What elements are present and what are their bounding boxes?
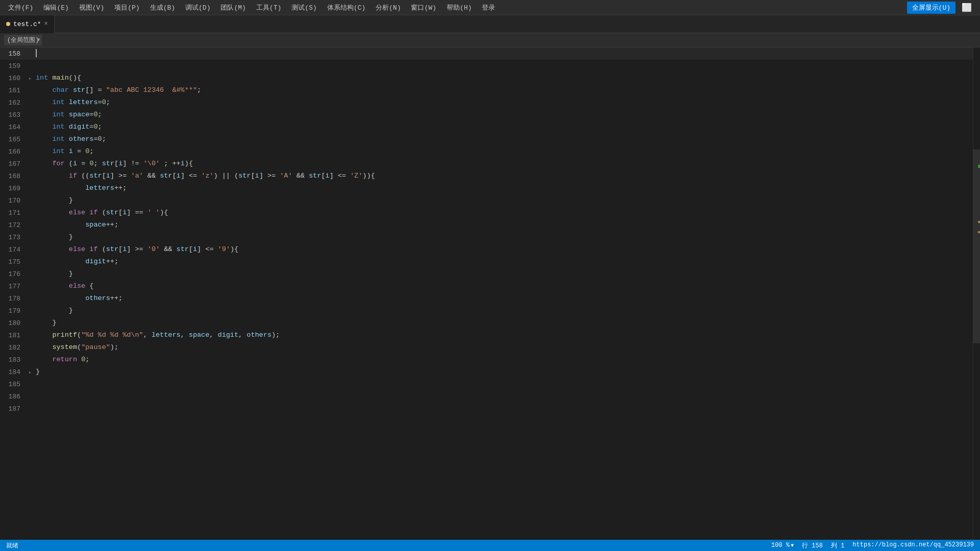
line-content: int main(){ <box>34 72 973 84</box>
code-line-163[interactable]: 163 int space=0; <box>0 109 973 121</box>
line-content: } <box>34 194 973 207</box>
code-line-186[interactable]: 186 <box>0 390 973 403</box>
scope-bar: (全局范围) ▼ <box>0 33 980 47</box>
code-line-158[interactable]: 158 <box>0 47 973 60</box>
code-line-171[interactable]: 171 else if (str[i] == ' '){ <box>0 207 973 219</box>
menu-debug[interactable]: 调试(D) <box>181 2 214 14</box>
code-line-168[interactable]: 168 if ((str[i] >= 'a' && str[i] <= 'z')… <box>0 170 973 182</box>
line-number: 180 <box>2 319 27 327</box>
menu-window[interactable]: 窗口(W) <box>407 2 440 14</box>
menu-tools[interactable]: 工具(T) <box>252 2 285 14</box>
line-number: 159 <box>2 62 27 70</box>
line-content: others++; <box>34 292 973 305</box>
code-line-185[interactable]: 185 <box>0 378 973 390</box>
line-content: int i = 0; <box>34 145 973 158</box>
menu-file[interactable]: 文件(F) <box>4 2 37 14</box>
code-line-183[interactable]: 183 return 0; <box>0 354 973 366</box>
menu-build[interactable]: 生成(B) <box>146 2 179 14</box>
code-line-164[interactable]: 164 int digit=0; <box>0 121 973 133</box>
line-content: else if (str[i] >= '0' && str[i] <= '9')… <box>34 243 973 256</box>
code-line-182[interactable]: 182 system("pause"); <box>0 341 973 354</box>
line-content: int space=0; <box>34 109 973 121</box>
line-content: if ((str[i] >= 'a' && str[i] <= 'z') || … <box>34 170 973 182</box>
code-line-180[interactable]: 180 } <box>0 317 973 329</box>
fullscreen-button[interactable]: 全屏显示(U) <box>907 2 955 14</box>
menu-view[interactable]: 视图(V) <box>75 2 108 14</box>
code-line-174[interactable]: 174 else if (str[i] >= '0' && str[i] <= … <box>0 243 973 256</box>
code-line-161[interactable]: 161 char str[] = "abc ABC 12346 &#%**"; <box>0 84 973 96</box>
code-area[interactable]: 158159160▸int main(){161 char str[] = "a… <box>0 47 973 540</box>
menu-project[interactable]: 项目(P) <box>110 2 143 14</box>
code-line-184[interactable]: 184▸} <box>0 366 973 378</box>
code-line-169[interactable]: 169 letters++; <box>0 182 973 194</box>
status-link[interactable]: https://blog.csdn.net/qq_45239139 <box>852 541 974 550</box>
menu-test[interactable]: 测试(S) <box>287 2 321 14</box>
code-line-173[interactable]: 173 } <box>0 231 973 243</box>
tab-file[interactable]: test.c* × <box>0 15 55 33</box>
line-content: char str[] = "abc ABC 12346 &#%**"; <box>34 84 973 96</box>
code-line-178[interactable]: 178 others++; <box>0 292 973 305</box>
line-number: 158 <box>2 50 27 58</box>
code-line-177[interactable]: 177 else { <box>0 280 973 292</box>
code-line-175[interactable]: 175 digit++; <box>0 256 973 268</box>
line-content: int letters=0; <box>34 96 973 109</box>
menu-help[interactable]: 帮助(H) <box>443 2 476 14</box>
line-number: 161 <box>2 87 27 94</box>
code-line-172[interactable]: 172 space++; <box>0 219 973 231</box>
scrollbar-track[interactable] <box>973 47 980 540</box>
line-number: 166 <box>2 148 27 156</box>
code-line-170[interactable]: 170 } <box>0 194 973 207</box>
menu-edit[interactable]: 编辑(E) <box>39 2 72 14</box>
scope-label[interactable]: (全局范围) <box>4 35 42 45</box>
line-content: else { <box>34 280 973 292</box>
code-line-166[interactable]: 166 int i = 0; <box>0 145 973 158</box>
code-line-162[interactable]: 162 int letters=0; <box>0 96 973 109</box>
line-content: int digit=0; <box>34 121 973 133</box>
fold-indicator[interactable]: ▸ <box>27 75 34 82</box>
login-button[interactable]: 登录 <box>478 2 499 14</box>
line-number: 171 <box>2 209 27 217</box>
zoom-container[interactable]: 100 % ▼ <box>771 541 794 550</box>
line-content: } <box>34 305 973 317</box>
code-line-187[interactable]: 187 <box>0 403 973 415</box>
menu-team[interactable]: 团队(M) <box>216 2 250 14</box>
line-number: 174 <box>2 246 27 254</box>
code-line-167[interactable]: 167 for (i = 0; str[i] != '\0' ; ++i){ <box>0 158 973 170</box>
menu-analyze[interactable]: 分析(N) <box>372 2 405 14</box>
zoom-dropdown-arrow: ▼ <box>791 543 794 548</box>
line-number: 164 <box>2 123 27 131</box>
code-line-179[interactable]: 179 } <box>0 305 973 317</box>
line-number: 177 <box>2 283 27 290</box>
line-number: 185 <box>2 381 27 388</box>
line-number: 172 <box>2 221 27 229</box>
line-number: 170 <box>2 197 27 205</box>
status-ready: 就绪 <box>6 541 18 550</box>
line-content: else if (str[i] == ' '){ <box>34 207 973 219</box>
editor-container: 158159160▸int main(){161 char str[] = "a… <box>0 47 980 540</box>
line-number: 176 <box>2 270 27 278</box>
line-content: for (i = 0; str[i] != '\0' ; ++i){ <box>34 158 973 170</box>
tab-close-button[interactable]: × <box>44 20 48 28</box>
line-content: } <box>34 366 973 378</box>
tab-modified-dot <box>6 22 10 26</box>
line-content: int others=0; <box>34 133 973 145</box>
tab-filename: test.c* <box>13 20 41 28</box>
menu-architecture[interactable]: 体系结构(C) <box>323 2 370 14</box>
menu-bar: 文件(F) 编辑(E) 视图(V) 项目(P) 生成(B) 调试(D) 团队(M… <box>0 0 980 15</box>
code-line-165[interactable]: 165 int others=0; <box>0 133 973 145</box>
line-number: 183 <box>2 356 27 364</box>
line-number: 167 <box>2 160 27 168</box>
scrollbar-thumb[interactable] <box>973 149 980 343</box>
maximize-button[interactable]: ⬜ <box>958 1 976 14</box>
code-line-160[interactable]: 160▸int main(){ <box>0 72 973 84</box>
line-number: 179 <box>2 307 27 315</box>
line-number: 173 <box>2 234 27 241</box>
line-number: 187 <box>2 405 27 413</box>
code-line-176[interactable]: 176 } <box>0 268 973 280</box>
line-number: 165 <box>2 136 27 143</box>
fold-indicator[interactable]: ▸ <box>27 369 34 375</box>
line-number: 178 <box>2 295 27 303</box>
code-line-159[interactable]: 159 <box>0 60 973 72</box>
line-number: 163 <box>2 111 27 119</box>
code-line-181[interactable]: 181 printf("%d %d %d %d\n", letters, spa… <box>0 329 973 341</box>
